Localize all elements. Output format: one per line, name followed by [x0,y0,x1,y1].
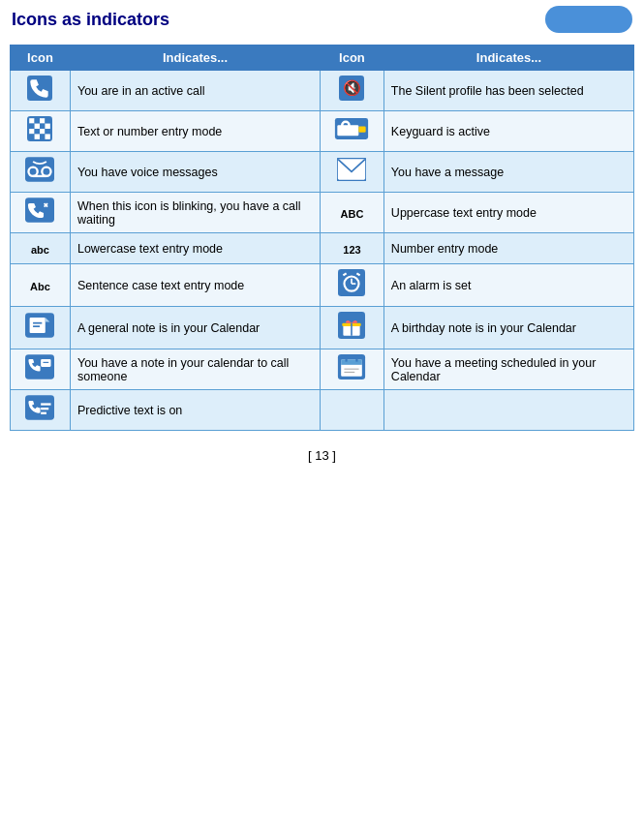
table-row: You have a note in your calendar to call… [11,349,634,390]
svg-rect-13 [35,129,40,134]
svg-rect-5 [35,118,40,123]
table-row: You are in an active call 🔇 The Silent p… [11,71,634,111]
table-row: abc Lowercase text entry mode 123 Number… [11,233,634,264]
indicates-cell-left: You are in an active call [70,71,320,111]
svg-rect-37 [30,318,46,333]
icon-cell-right [321,390,384,431]
icon-cell-left: abc [11,233,71,264]
icon-cell-left [11,111,71,152]
svg-rect-19 [46,134,50,138]
call-note-icon [25,354,54,380]
indicates-cell-left: Lowercase text entry mode [70,233,320,264]
header-button[interactable] [545,6,632,33]
indicates-cell-left: When this icon is blinking, you have a c… [70,193,320,233]
table-row: When this icon is blinking, you have a c… [11,193,634,233]
indicates-cell-left: Sentence case text entry mode [70,264,320,307]
indicates-cell-right: A birthday note is in your Calendar [383,307,633,349]
keyguard-icon [334,118,369,139]
svg-rect-0 [27,76,52,101]
indicates-cell-right: You have a message [383,152,633,193]
svg-rect-6 [40,118,45,123]
table-row: Abc Sentence case text entry mode An ala… [11,264,634,307]
icons-table: Icon Indicates... Icon Indicates... You … [10,45,634,431]
svg-text:🔇: 🔇 [343,78,361,97]
page-header: Icons as indicators [0,0,644,37]
indicates-cell-left: You have voice messages [70,152,320,193]
indicates-cell-right: Number entry mode [383,233,633,264]
svg-rect-4 [30,118,35,123]
icon-cell-left [11,152,71,193]
svg-rect-12 [30,129,35,134]
table-row: A general note is in your Calendar A bir… [11,307,634,349]
icon-cell-left [11,71,71,111]
svg-rect-15 [46,129,50,134]
icon-cell-right [321,152,384,193]
icon-cell-left [11,193,71,233]
indicates-cell-right: An alarm is set [383,264,633,307]
svg-rect-18 [40,134,45,138]
svg-rect-55 [25,395,54,419]
icon-cell-left [11,349,71,390]
page-title: Icons as indicators [12,10,169,30]
indicates-cell-right: You have a meeting scheduled in your Cal… [383,349,633,390]
phone-active-icon [27,76,52,101]
svg-rect-14 [40,129,45,134]
icon-cell-right: 123 [321,233,384,264]
alarm-icon [338,269,365,296]
svg-rect-50 [342,359,363,364]
table-header-row: Icon Indicates... Icon Indicates... [11,46,634,71]
icon-cell-left [11,390,71,431]
icon-cell-left: Abc [11,264,71,307]
table-row: You have voice messages You have a messa… [11,152,634,193]
table-row: Text or number entry mode Keyguard is ac… [11,111,634,152]
indicates-cell-right: Uppercase text entry mode [383,193,633,233]
col-icon2-header: Icon [321,46,384,71]
voice-messages-icon [25,157,54,182]
icon-cell-right [321,264,384,307]
col-indicates2-header: Indicates... [383,46,633,71]
uppercase-text-icon: ABC [341,208,364,220]
indicates-cell-left: A general note is in your Calendar [70,307,320,349]
call-waiting-icon [25,197,54,223]
icon-cell-left [11,307,71,349]
col-indicates1-header: Indicates... [70,46,320,71]
icon-cell-right [321,307,384,349]
birthday-icon [338,312,365,339]
icon-cell-right [321,111,384,152]
icon-cell-right: 🔇 [321,71,384,111]
icon-cell-right: ABC [321,193,384,233]
indicates-cell-left: Text or number entry mode [70,111,320,152]
indicates-cell-right [383,390,633,431]
icon-cell-right [321,349,384,390]
indicates-cell-right: The Silent profile has been selected [383,71,633,111]
svg-rect-9 [35,124,40,129]
svg-rect-23 [359,127,366,133]
number-entry-icon: 123 [343,244,360,256]
svg-rect-17 [35,134,40,138]
page-number: [ 13 ] [308,448,336,463]
lowercase-text-icon: abc [31,244,49,256]
silent-profile-icon: 🔇 [339,76,364,101]
indicates-cell-right: Keyguard is active [383,111,633,152]
text-number-entry-icon [27,116,52,141]
sentence-case-icon: Abc [30,281,50,292]
page-footer: [ 13 ] [0,448,644,463]
svg-rect-8 [30,124,35,129]
svg-rect-7 [46,118,50,123]
svg-rect-16 [30,134,35,138]
meeting-icon [337,354,366,380]
indicates-cell-left: Predictive text is on [70,390,320,431]
message-icon [337,158,366,181]
svg-rect-46 [42,359,51,367]
col-icon1-header: Icon [11,46,71,71]
svg-rect-10 [40,124,45,129]
predictive-text-icon [25,395,54,420]
indicates-cell-left: You have a note in your calendar to call… [70,349,320,390]
svg-rect-11 [46,124,50,129]
general-note-icon [25,313,54,338]
table-row: Predictive text is on [11,390,634,431]
table-wrapper: Icon Indicates... Icon Indicates... You … [10,45,634,431]
